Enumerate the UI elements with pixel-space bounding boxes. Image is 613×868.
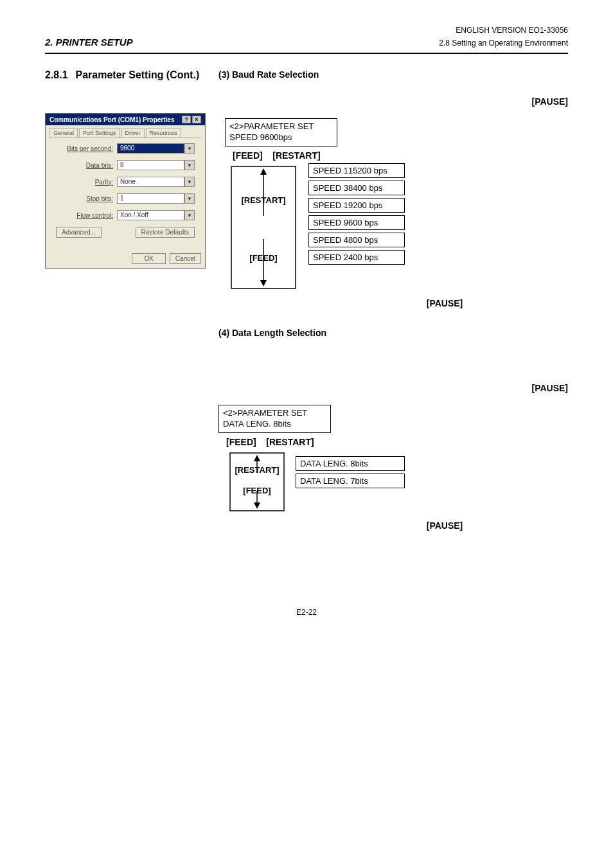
header-right-sub: 2.8 Setting an Operating Environment <box>439 39 568 48</box>
row-stopbits: Stop bits: 1 ▼ <box>56 193 195 204</box>
label-flow: Flow control: <box>56 212 117 219</box>
section4-heading: (4) Data Length Selection <box>218 328 568 338</box>
section3-arrow-options: [RESTART] [FEED] SPEED 115200 bps SPEED … <box>218 163 568 292</box>
speed-option: SPEED 115200 bps <box>308 163 405 178</box>
section4-pause-top: [PAUSE] <box>218 383 568 393</box>
svg-marker-9 <box>254 502 260 509</box>
dialog-titlebar: Communications Port (COM1) Properties ? … <box>46 114 205 125</box>
updown-arrow-icon <box>225 450 289 514</box>
feed-label: [FEED] <box>226 437 256 447</box>
speed-option: SPEED 4800 bps <box>308 233 405 247</box>
tab-general[interactable]: General <box>49 128 78 137</box>
header-right-top: ENGLISH VERSION EO1-33056 <box>439 26 568 35</box>
section3-arrow-column: [RESTART] [FEED] <box>218 163 308 292</box>
lcd-line1: <2>PARAMETER SET <box>229 121 333 132</box>
restart-label: [RESTART] <box>272 150 320 161</box>
combo-flow-value: Xon / Xoff <box>117 210 184 220</box>
combo-stopbits[interactable]: 1 ▼ <box>117 193 195 204</box>
svg-marker-4 <box>260 280 267 287</box>
combo-parity[interactable]: None ▼ <box>117 177 195 187</box>
top-columns: 2.8.1 Parameter Setting (Cont.) Communic… <box>45 69 568 531</box>
feed-side-label: [FEED] <box>218 253 308 263</box>
left-column: 2.8.1 Parameter Setting (Cont.) Communic… <box>45 69 206 269</box>
section-title: Parameter Setting (Cont.) <box>75 69 199 80</box>
combo-flow[interactable]: Xon / Xoff ▼ <box>117 210 195 220</box>
dialog-title-text: Communications Port (COM1) Properties <box>49 116 174 123</box>
combo-stopbits-value: 1 <box>117 193 184 204</box>
right-column: (3) Baud Rate Selection [PAUSE] <2>PARAM… <box>218 69 568 531</box>
dialog-body: Bits per second: 9600 ▼ Data bits: <box>49 137 201 245</box>
section3-heading: (3) Baud Rate Selection <box>218 69 568 80</box>
combo-bps[interactable]: 9600 ▼ <box>117 143 195 154</box>
chevron-down-icon[interactable]: ▼ <box>184 210 195 220</box>
header-left: 2. PRINTER SETUP <box>45 37 133 48</box>
cancel-button[interactable]: Cancel <box>170 253 201 264</box>
svg-marker-7 <box>254 455 260 461</box>
row-flow: Flow control: Xon / Xoff ▼ <box>56 210 195 220</box>
section4-pause-bottom: [PAUSE] <box>321 520 568 531</box>
section4-options: DATA LENG. 8bits DATA LENG. 7bits <box>296 450 568 491</box>
tab-resources[interactable]: Resources <box>146 128 181 137</box>
combo-databits[interactable]: 8 ▼ <box>117 160 195 170</box>
updown-arrow-icon <box>225 163 302 292</box>
tab-driver[interactable]: Driver <box>121 128 145 137</box>
header-right: ENGLISH VERSION EO1-33056 2.8 Setting an… <box>439 26 568 48</box>
datalen-option: DATA LENG. 7bits <box>296 474 405 488</box>
label-databits: Data bits: <box>56 162 117 169</box>
feed-side-label: [FEED] <box>218 486 296 495</box>
section3-options: SPEED 115200 bps SPEED 38400 bps SPEED 1… <box>308 163 568 267</box>
combo-parity-value: None <box>117 177 184 187</box>
restore-defaults-button[interactable]: Restore Defaults <box>136 227 195 238</box>
restart-side-label: [RESTART] <box>218 465 296 475</box>
chevron-down-icon[interactable]: ▼ <box>184 160 195 170</box>
speed-option: SPEED 38400 bps <box>308 181 405 195</box>
section3-feed-restart: [FEED] [RESTART] <box>233 150 568 161</box>
combo-databits-value: 8 <box>117 160 184 170</box>
dialog-title-buttons: ? × <box>182 116 201 123</box>
close-icon[interactable]: × <box>192 116 201 123</box>
section-heading-left: 2.8.1 Parameter Setting (Cont.) <box>45 69 206 81</box>
tab-port-settings[interactable]: Port Settings <box>79 128 120 137</box>
section4-arrow-options: [RESTART] [FEED] DATA LENG. 8bits DATA L… <box>218 450 568 514</box>
label-bps: Bits per second: <box>56 145 117 152</box>
header-divider <box>45 53 568 54</box>
section3-pause-bottom: [PAUSE] <box>321 298 568 308</box>
chevron-down-icon[interactable]: ▼ <box>184 143 195 154</box>
feed-label: [FEED] <box>233 150 263 161</box>
chevron-down-icon[interactable]: ▼ <box>184 177 195 187</box>
ok-button[interactable]: OK <box>132 253 165 264</box>
label-parity: Parity: <box>56 179 117 186</box>
restart-label: [RESTART] <box>266 437 314 447</box>
speed-option: SPEED 2400 bps <box>308 250 405 265</box>
svg-marker-2 <box>260 168 267 175</box>
lcd-line2: SPEED 9600bps <box>229 132 333 143</box>
section4-arrow-column: [RESTART] [FEED] <box>218 450 296 514</box>
dialog-footer: OK Cancel <box>46 249 205 268</box>
section3-pause-top: [PAUSE] <box>218 96 568 107</box>
chevron-down-icon[interactable]: ▼ <box>184 193 195 204</box>
label-stopbits: Stop bits: <box>56 195 117 202</box>
lcd-line1: <2>PARAMETER SET <box>223 408 326 419</box>
page-header: 2. PRINTER SETUP ENGLISH VERSION EO1-330… <box>45 26 568 48</box>
page-number: E2-22 <box>45 608 568 617</box>
combo-bps-value: 9600 <box>117 143 184 154</box>
document-page: 2. PRINTER SETUP ENGLISH VERSION EO1-330… <box>0 0 613 642</box>
dialog-tabs: General Port Settings Driver Resources <box>46 125 205 137</box>
datalen-option: DATA LENG. 8bits <box>296 456 405 471</box>
section3-lcd: <2>PARAMETER SET SPEED 9600bps <box>225 118 337 146</box>
com-port-dialog: Communications Port (COM1) Properties ? … <box>45 113 206 269</box>
dialog-inner-buttons: Advanced... Restore Defaults <box>56 227 195 238</box>
section-number: 2.8.1 <box>45 69 68 80</box>
restart-side-label: [RESTART] <box>218 195 308 205</box>
row-bps: Bits per second: 9600 ▼ <box>56 143 195 154</box>
section4-lcd: <2>PARAMETER SET DATA LENG. 8bits <box>218 405 331 433</box>
row-databits: Data bits: 8 ▼ <box>56 160 195 170</box>
advanced-button[interactable]: Advanced... <box>56 227 102 238</box>
section4-feed-restart: [FEED] [RESTART] <box>226 437 568 447</box>
speed-option: SPEED 19200 bps <box>308 198 405 213</box>
help-icon[interactable]: ? <box>182 116 191 123</box>
speed-option: SPEED 9600 bps <box>308 215 405 230</box>
lcd-line2: DATA LENG. 8bits <box>223 419 326 430</box>
row-parity: Parity: None ▼ <box>56 177 195 187</box>
